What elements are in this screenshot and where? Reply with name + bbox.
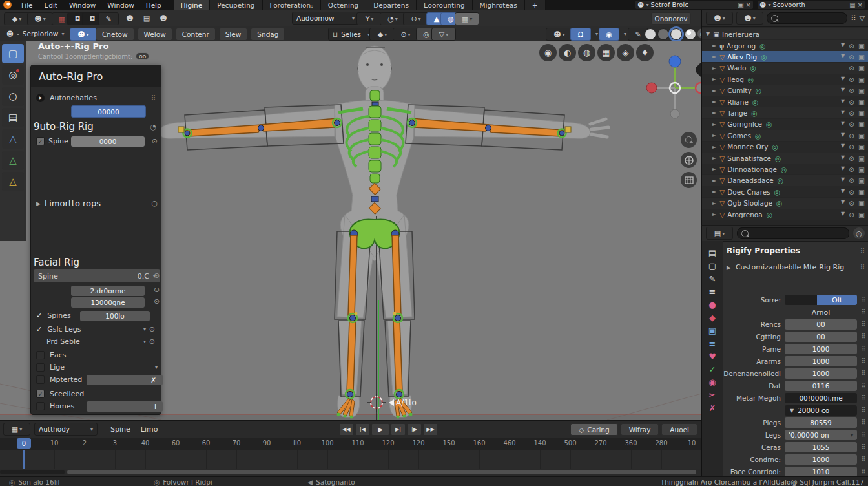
item-dropdown-icon[interactable]: ▼ [841,98,845,106]
expand-arrow-icon[interactable]: ► [712,65,716,71]
tool-triangle-green[interactable]: △ [2,151,24,170]
tool-tweak[interactable]: ◎ [2,65,24,85]
outliner-item[interactable]: ►▽Gomes◎▼⊙▣ [702,130,868,141]
view-layer-copy-icon[interactable]: ▦ [849,1,855,8]
restrict-select-icon[interactable]: ⊙ [849,42,854,50]
shading-wireframe-button[interactable] [645,28,656,40]
new-workspace-tab[interactable]: + [525,0,546,10]
restrict-render-icon[interactable]: ▣ [858,64,865,72]
outliner-item[interactable]: ►▽Ogb Sloolage◎▼⊙▣ [702,198,868,209]
prop-number-field[interactable]: 1055 [785,442,857,452]
properties-type-dropdown[interactable]: ▤▾ [706,227,733,240]
clock-dropdown[interactable]: ◔▾ [380,12,406,25]
mode-icon-dropdown[interactable]: ☻▾ [70,28,97,41]
item-dropdown-icon[interactable]: ▼ [841,120,845,128]
scene-close-icon[interactable]: × [746,1,751,8]
properties-tab-12[interactable]: ✗ [709,404,716,412]
prop-drag-dots-icon[interactable]: ⠿ [861,407,865,414]
prop-number-field[interactable]: 0116 [785,381,857,391]
prop-number-field[interactable]: 1000 [785,356,857,366]
item-dropdown-icon[interactable]: ▼ [841,42,845,50]
outliner-item[interactable]: ►▽Ileog◎▼⊙▣ [702,74,868,85]
workspace-tab-5[interactable]: Eoorounting [417,0,473,10]
viewport-overlay-button-2[interactable]: ◍ [578,44,595,61]
prop-drag-dots-icon[interactable]: ⠿ [861,468,865,475]
properties-tab-1[interactable]: ▢ [708,262,716,270]
properties-filter-button[interactable]: ◎ [853,227,865,239]
prop-toggle-off[interactable] [785,295,817,305]
outliner-item[interactable]: ►ψArgor og◎▼⊙▣ [702,40,868,51]
timeline-tracks[interactable] [0,450,701,469]
view-layer-close-icon[interactable]: × [858,1,863,8]
timeline-mode-dropdown[interactable]: Autthody▾ [34,423,98,436]
menu-file[interactable]: File [16,1,39,9]
outliner-item[interactable]: ►▽Wado◎⊙▣ [702,63,868,74]
expand-arrow-icon[interactable]: ► [712,144,716,150]
viewport-overlay-button-1[interactable]: ◐ [559,44,576,61]
gslc-check-icon[interactable]: ✓ [36,325,42,333]
shading-rendered-button[interactable] [685,28,696,40]
workspace-tab-3[interactable]: Octening [321,0,367,10]
collection-expand-icon[interactable]: ▼ [706,31,710,37]
autodetect-value-button[interactable]: 00000 [71,105,146,118]
outliner-item[interactable]: ►▽Sunaatisface◎▼⊙▣ [702,153,868,164]
prop-drag-dots-icon[interactable]: ⠿ [861,431,865,438]
limb-expand-icon[interactable]: ▶ [36,200,41,207]
mode-dropdown[interactable]: Audoomow▾ [292,12,359,25]
header-menu-button-3[interactable]: Slew [219,28,248,41]
drag-dots-icon[interactable]: ⠿ [151,94,156,101]
expand-arrow-icon[interactable]: ► [712,155,716,161]
sceeiieed-checkbox[interactable]: ✓ [36,390,45,398]
prop-number-field[interactable]: 00 [785,332,857,342]
limb-circle-icon[interactable]: ○ [151,199,158,207]
walk-tool-button[interactable]: ☻ [154,12,173,24]
prop-drag-dots-icon[interactable]: ⠿ [861,321,865,328]
prd-circle-icon[interactable]: ⊙ [149,337,155,346]
tool-triangle-yellow[interactable]: △ [2,172,24,191]
prop-drag-dots-icon[interactable]: ⠿ [861,308,865,315]
restrict-render-icon[interactable]: ▣ [858,109,865,117]
workspace-tab-6[interactable]: Mighroteas [473,0,525,10]
rigify-expand-icon[interactable]: ▶ [727,264,731,271]
falloff-dropdown[interactable]: ▽▾ [431,28,456,41]
view-menu-dropdown[interactable]: ⊔ Selies▾ [328,28,375,41]
restrict-select-icon[interactable]: ⊙ [849,199,854,207]
facial-field-2[interactable]: 13000gne [71,297,145,308]
prop-dropdown-field[interactable]: '0.00000 on▾ [785,430,857,440]
menu-edit[interactable]: Edit [39,1,63,9]
timeline-ruler[interactable]: 0 10234060607090Il0100110120120150160460… [0,438,701,450]
expand-arrow-icon[interactable]: ► [712,99,716,105]
item-dropdown-icon[interactable]: ▼ [841,76,845,83]
properties-tab-10[interactable]: ◉ [708,378,716,386]
item-dropdown-icon[interactable]: ▼ [841,154,845,162]
restrict-render-icon[interactable]: ▣ [858,154,865,162]
outliner-item[interactable]: ►▽Dinnoationage◎▼⊙▣ [702,164,868,174]
zoom-button[interactable] [681,132,697,148]
expand-arrow-icon[interactable]: ► [712,122,716,127]
workspace-tab-4[interactable]: Departens [366,0,417,10]
restrict-render-icon[interactable]: ▣ [858,188,865,196]
dropdown-circle-icon[interactable]: ⊙ [154,271,160,280]
timeline-menu-limo[interactable]: Limo [141,425,158,434]
playhead-line[interactable] [23,450,25,469]
timeline-action-caring[interactable]: ◇Caring [570,423,617,436]
properties-search-input[interactable] [737,227,849,239]
header-menu-button-2[interactable]: Contenr [176,28,216,41]
outliner-type-dropdown[interactable]: ☻▾ [706,12,733,25]
section-circle-icon[interactable]: ◔ [150,123,156,131]
field2-circle-icon[interactable]: ⊙ [154,297,160,306]
spines-field[interactable]: 100lo [80,311,150,321]
timeline-action-auoel[interactable]: Auoel [661,423,698,436]
prop-drag-dots-icon[interactable]: ⠿ [861,382,865,389]
playback-button-4[interactable]: |▶ [407,423,422,436]
spine-circle-icon[interactable]: ⊙ [152,137,158,145]
restrict-render-icon[interactable]: ▣ [858,132,865,140]
gslc-circle-icon[interactable]: ⊙ [149,325,155,333]
item-dropdown-icon[interactable]: ▼ [841,211,845,218]
shading-material-button[interactable] [670,28,682,40]
restrict-select-icon[interactable]: ⊙ [849,98,854,106]
playback-button-5[interactable]: ▶▶ [423,423,438,436]
item-dropdown-icon[interactable]: ▼ [841,53,845,61]
restrict-select-icon[interactable]: ⊙ [849,76,854,83]
restrict-render-icon[interactable]: ▣ [858,176,865,184]
